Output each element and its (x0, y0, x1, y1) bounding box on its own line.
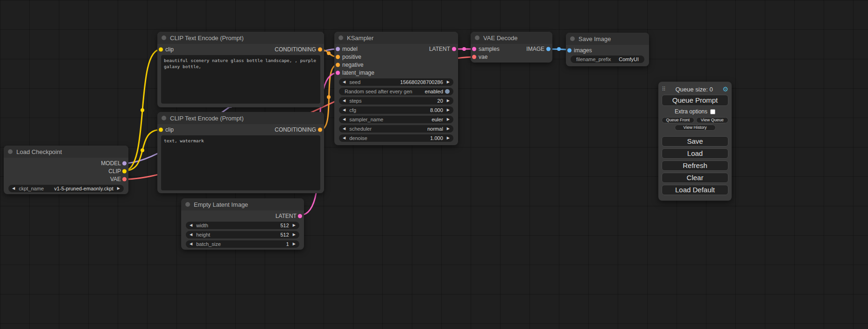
node-ksampler[interactable]: KSampler model LATENT positive negative … (334, 32, 458, 145)
vae-output-dot[interactable] (122, 177, 127, 181)
node-graph-canvas[interactable]: Load Checkpoint MODEL CLIP VAE ◀ ckpt_na… (0, 0, 868, 329)
decrement-icon[interactable]: ◀ (343, 108, 346, 112)
node-save-image[interactable]: Save Image images filename_prefix ComfyU… (566, 33, 649, 66)
output-slot-clip[interactable]: CLIP (4, 167, 128, 175)
prev-value-icon[interactable]: ◀ (12, 187, 15, 190)
denoise-widget[interactable]: ◀ denoise 1.000 ▶ (339, 134, 453, 142)
save-button[interactable]: Save (662, 136, 728, 147)
latent-output-dot[interactable] (452, 47, 456, 51)
increment-icon[interactable]: ▶ (293, 224, 296, 227)
decrement-icon[interactable]: ◀ (190, 233, 192, 237)
node-header[interactable]: CLIP Text Encode (Prompt) (157, 32, 324, 44)
samples-input-dot[interactable] (472, 47, 476, 51)
next-value-icon[interactable]: ▶ (117, 187, 120, 190)
output-slot-vae[interactable]: VAE (4, 175, 128, 183)
prev-value-icon[interactable]: ◀ (343, 127, 346, 131)
collapse-dot-icon[interactable] (162, 116, 166, 120)
input-slot-vae[interactable]: vae (471, 53, 552, 61)
increment-icon[interactable]: ▶ (293, 242, 296, 246)
node-header[interactable]: Save Image (566, 33, 649, 45)
steps-widget[interactable]: ◀ steps 20 ▶ (339, 97, 453, 105)
filename-prefix-widget[interactable]: filename_prefix ComfyUI (571, 56, 644, 63)
seed-widget[interactable]: ◀ seed 156680208700286 ▶ (339, 78, 453, 86)
increment-icon[interactable]: ▶ (447, 80, 450, 84)
increment-icon[interactable]: ▶ (293, 233, 296, 237)
wire-midpoint-dot (557, 47, 561, 51)
collapse-dot-icon[interactable] (475, 35, 480, 40)
vae-input-dot[interactable] (472, 55, 476, 59)
ckpt-name-widget[interactable]: ◀ ckpt_name v1-5-pruned-emaonly.ckpt ▶ (8, 185, 124, 192)
negative-prompt-textarea[interactable]: text, watermark (161, 135, 320, 190)
collapse-dot-icon[interactable] (162, 35, 166, 40)
node-header[interactable]: CLIP Text Encode (Prompt) (157, 112, 324, 124)
model-input-dot[interactable] (336, 47, 340, 51)
negative-input-dot[interactable] (336, 63, 340, 67)
widget-label: filename_prefix (576, 56, 619, 63)
image-output-dot[interactable] (546, 47, 550, 51)
input-slot-negative[interactable]: negative (334, 61, 458, 69)
drag-handle-icon[interactable]: ⠿ (662, 86, 666, 92)
decrement-icon[interactable]: ◀ (343, 99, 346, 103)
settings-gear-icon[interactable]: ⚙ (722, 86, 728, 92)
output-slot-latent[interactable]: LATENT (181, 212, 304, 220)
width-widget[interactable]: ◀ width 512 ▶ (186, 222, 299, 229)
random-seed-toggle[interactable]: Random seed after every gen enabled (339, 88, 453, 95)
cfg-widget[interactable]: ◀ cfg 8.000 ▶ (339, 106, 453, 114)
scheduler-widget[interactable]: ◀ scheduler normal ▶ (339, 125, 453, 133)
images-input-dot[interactable] (567, 48, 572, 52)
height-widget[interactable]: ◀ height 512 ▶ (186, 231, 299, 238)
clear-button[interactable]: Clear (662, 173, 728, 183)
node-header[interactable]: Empty Latent Image (181, 198, 304, 210)
output-slot-model[interactable]: MODEL (4, 159, 128, 167)
node-header[interactable]: VAE Decode (471, 32, 552, 44)
decrement-icon[interactable]: ◀ (343, 136, 346, 140)
widget-value: 20 (438, 97, 443, 105)
queue-front-button[interactable]: Queue Front (662, 117, 694, 123)
slot-label: LATENT (429, 46, 450, 52)
node-clip-text-encode-positive[interactable]: CLIP Text Encode (Prompt) clip CONDITION… (157, 32, 324, 107)
node-header[interactable]: KSampler (334, 32, 458, 44)
latent-output-dot[interactable] (298, 214, 302, 218)
collapse-dot-icon[interactable] (8, 149, 13, 154)
prev-value-icon[interactable]: ◀ (343, 118, 346, 121)
node-empty-latent-image[interactable]: Empty Latent Image LATENT ◀ width 512 ▶ … (181, 198, 304, 250)
input-slot-positive[interactable]: positive (334, 53, 458, 61)
decrement-icon[interactable]: ◀ (190, 224, 192, 227)
refresh-button[interactable]: Refresh (662, 161, 728, 171)
next-value-icon[interactable]: ▶ (447, 127, 450, 131)
toggle-knob-icon[interactable] (445, 89, 450, 94)
input-slot-latent-image[interactable]: latent_image (334, 69, 458, 77)
load-default-button[interactable]: Load Default (662, 185, 728, 195)
node-header[interactable]: Load Checkpoint (4, 146, 128, 158)
extra-options-checkbox[interactable] (710, 109, 715, 114)
queue-prompt-button[interactable]: Queue Prompt (662, 95, 728, 106)
increment-icon[interactable]: ▶ (447, 99, 450, 103)
decrement-icon[interactable]: ◀ (343, 80, 346, 84)
view-queue-button[interactable]: View Queue (696, 117, 729, 123)
conditioning-output-dot[interactable] (318, 128, 322, 132)
slot-label: positive (342, 54, 361, 60)
decrement-icon[interactable]: ◀ (190, 242, 192, 246)
input-slot-images[interactable]: images (566, 46, 649, 54)
latent-image-input-dot[interactable] (336, 70, 340, 75)
node-load-checkpoint[interactable]: Load Checkpoint MODEL CLIP VAE ◀ ckpt_na… (4, 146, 128, 194)
collapse-dot-icon[interactable] (570, 36, 575, 41)
collapse-dot-icon[interactable] (185, 202, 190, 207)
positive-prompt-textarea[interactable]: beautiful scenery nature glass bottle la… (161, 55, 320, 104)
sampler-name-widget[interactable]: ◀ sampler_name euler ▶ (339, 116, 453, 123)
clip-output-dot[interactable] (122, 169, 127, 173)
load-button[interactable]: Load (662, 148, 728, 159)
increment-icon[interactable]: ▶ (447, 108, 450, 112)
node-vae-decode[interactable]: VAE Decode samples IMAGE vae (471, 32, 552, 63)
next-value-icon[interactable]: ▶ (447, 118, 450, 121)
clip-input-dot[interactable] (159, 128, 163, 132)
increment-icon[interactable]: ▶ (447, 136, 450, 140)
conditioning-output-dot[interactable] (318, 48, 322, 52)
batch-size-widget[interactable]: ◀ batch_size 1 ▶ (186, 240, 299, 248)
positive-input-dot[interactable] (336, 55, 340, 59)
collapse-dot-icon[interactable] (339, 35, 343, 40)
node-clip-text-encode-negative[interactable]: CLIP Text Encode (Prompt) clip CONDITION… (157, 112, 324, 193)
clip-input-dot[interactable] (159, 48, 163, 52)
model-output-dot[interactable] (122, 161, 127, 165)
view-history-button[interactable]: View History (675, 125, 716, 131)
